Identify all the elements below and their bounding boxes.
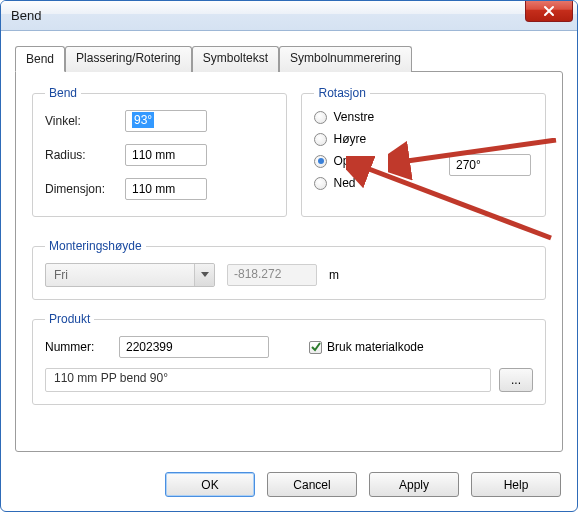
mount-combo-display: Fri: [45, 263, 215, 287]
ok-button[interactable]: OK: [165, 472, 255, 497]
radio-label-venstre: Venstre: [333, 110, 374, 124]
radio-hoyre[interactable]: Høyre: [314, 132, 533, 146]
tab-symboltekst[interactable]: Symboltekst: [192, 46, 279, 72]
group-rotation: Rotasjon Venstre Høyre Opp: [301, 86, 546, 217]
radio-icon: [314, 155, 327, 168]
mount-height-input: -818.272: [227, 264, 317, 286]
use-materialcode-label: Bruk materialkode: [327, 340, 424, 354]
mount-combo[interactable]: Fri: [45, 263, 215, 287]
radio-venstre[interactable]: Venstre: [314, 110, 533, 124]
checkbox-icon: [309, 341, 322, 354]
tab-bend[interactable]: Bend: [15, 46, 65, 72]
cancel-button[interactable]: Cancel: [267, 472, 357, 497]
group-rotation-legend: Rotasjon: [314, 86, 369, 100]
button-bar: OK Cancel Apply Help: [1, 462, 577, 511]
mount-unit-label: m: [329, 268, 339, 282]
group-mount-height: Monteringshøyde Fri -818.272 m: [32, 239, 546, 300]
radio-label-hoyre: Høyre: [333, 132, 366, 146]
radius-input[interactable]: [125, 144, 207, 166]
titlebar: Bend: [1, 1, 577, 31]
chevron-down-icon[interactable]: [194, 264, 214, 286]
rotation-value-input[interactable]: [449, 154, 531, 176]
dialog-content: Bend Plassering/Rotering Symboltekst Sym…: [1, 31, 577, 462]
angle-input[interactable]: 93°: [125, 110, 207, 132]
radio-label-ned: Ned: [333, 176, 355, 190]
product-number-input[interactable]: [119, 336, 269, 358]
dialog-window: Bend Bend Plassering/Rotering Symbolteks…: [0, 0, 578, 512]
tab-symbolnummerering[interactable]: Symbolnummerering: [279, 46, 412, 72]
use-materialcode-checkbox[interactable]: Bruk materialkode: [309, 340, 424, 354]
tab-plassering[interactable]: Plassering/Rotering: [65, 46, 192, 72]
radius-label: Radius:: [45, 148, 125, 162]
apply-button[interactable]: Apply: [369, 472, 459, 497]
group-product-legend: Produkt: [45, 312, 94, 326]
tab-strip: Bend Plassering/Rotering Symboltekst Sym…: [15, 45, 563, 71]
radio-label-opp: Opp: [333, 154, 356, 168]
radio-icon: [314, 111, 327, 124]
close-icon: [542, 5, 556, 17]
group-product: Produkt Nummer: Bruk materialkode 110 mm…: [32, 312, 546, 405]
group-bend: Bend Vinkel: 93° Radius: Dimensjon:: [32, 86, 287, 217]
browse-button[interactable]: ...: [499, 368, 533, 392]
close-button[interactable]: [525, 0, 573, 22]
dimension-label: Dimensjon:: [45, 182, 125, 196]
radio-icon: [314, 133, 327, 146]
radio-icon: [314, 177, 327, 190]
group-mount-legend: Monteringshøyde: [45, 239, 146, 253]
product-description-input[interactable]: 110 mm PP bend 90°: [45, 368, 491, 392]
radio-ned[interactable]: Ned: [314, 176, 533, 190]
angle-label: Vinkel:: [45, 114, 125, 128]
dimension-input[interactable]: [125, 178, 207, 200]
help-button[interactable]: Help: [471, 472, 561, 497]
window-title: Bend: [11, 8, 41, 23]
group-bend-legend: Bend: [45, 86, 81, 100]
tab-panel-bend: Bend Vinkel: 93° Radius: Dimensjon:: [15, 71, 563, 452]
product-number-label: Nummer:: [45, 340, 109, 354]
